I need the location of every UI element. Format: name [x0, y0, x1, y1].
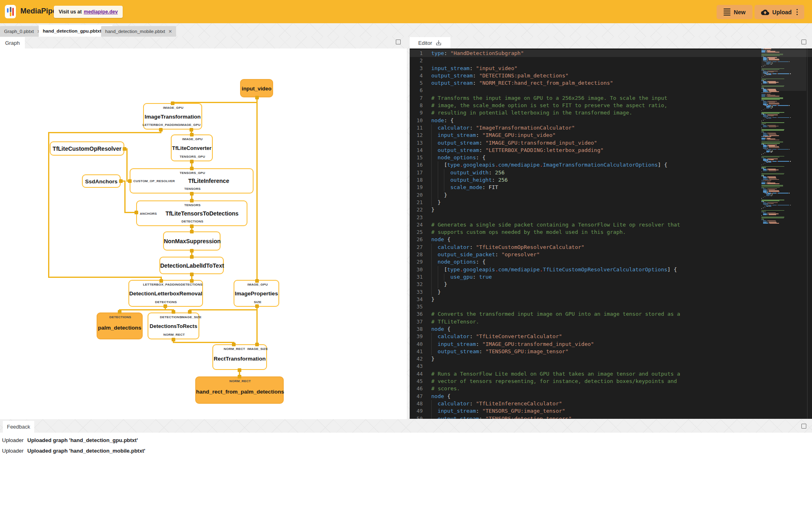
code-token: : { [476, 259, 485, 265]
code-token: TfLiteCustomOpResolverCalculatorOptions [543, 266, 667, 273]
line-number: 2 [410, 57, 423, 64]
graph-node-ImageProperties[interactable]: IMAGE_GPUSIZEImageProperties [234, 280, 279, 307]
editor-tab-label: Editor [418, 40, 432, 46]
code-token: . [540, 162, 543, 168]
code-token: output_stream [438, 140, 479, 146]
graph-node-TfLiteConverter[interactable]: IMAGE_GPUTENSORS_GPUTfLiteConverter [171, 134, 213, 161]
graph-edge [126, 148, 128, 182]
tab-graph[interactable]: Graph [0, 37, 25, 48]
line-number: 18 [410, 176, 423, 184]
feedback-panel-expand-icon[interactable] [801, 424, 806, 429]
code-token: use_gpu [450, 274, 473, 280]
new-button[interactable]: New [717, 5, 752, 19]
code-line: 9# resulting in potential letterboxing i… [410, 109, 812, 117]
line-number: 13 [410, 139, 423, 147]
visit-text: Visit us at [59, 9, 82, 15]
line-number: 40 [410, 341, 423, 348]
code-token: # TfLiteTensor. [431, 319, 479, 325]
file-tab-Graph_0.pbtxt[interactable]: Graph_0.pbtxt✕ [0, 26, 45, 37]
graph-node-RectTransformation[interactable]: NORM_RECTIMAGE_SIZERectTransformation [212, 344, 267, 370]
code-line: 14output_stream: "LETTERBOX_PADDING:lett… [410, 147, 812, 154]
graph-node-ImageTransformation[interactable]: IMAGE_GPULETTERBOX_PADDINGIMAGE_GPUImage… [143, 103, 202, 130]
node-title: DetectionLabelIdToText [160, 262, 223, 269]
port-label: SIZE [254, 300, 262, 304]
feedback-message: Uploaded graph 'hand_detection_mobile.pb… [27, 448, 145, 454]
code-token: "TfLiteInferenceCalculator" [476, 400, 562, 407]
line-number: 8 [410, 102, 423, 109]
graph-node-NonMaxSuppression[interactable]: NonMaxSuppression [163, 231, 221, 251]
code-token: } [431, 207, 435, 213]
graph-node-palm_detections[interactable]: DETECTIONSpalm_detections [97, 312, 143, 339]
code-line: 29node_options: { [410, 258, 812, 266]
code-token: googleapis [463, 266, 495, 273]
close-tab-icon[interactable]: ✕ [168, 29, 172, 34]
graph-node-TfLiteInference[interactable]: TENSORS_GPUTENSORSCUSTOM_OP_RESOLVERTfLi… [130, 168, 254, 194]
graph-node-input_video[interactable]: input_video [240, 79, 273, 97]
code-token: 256 [495, 169, 504, 176]
graph-port [238, 368, 241, 372]
code-token: : [495, 251, 501, 257]
graph-port [232, 343, 236, 346]
editor-panel-expand-icon[interactable] [801, 40, 806, 44]
feedback-message: Uploaded graph 'hand_detection_gpu.pbtxt… [27, 437, 138, 443]
graph-port [159, 279, 163, 283]
code-token: : [492, 177, 499, 183]
line-number: 38 [410, 326, 423, 333]
upload-button-label: Upload [772, 9, 792, 15]
code-line: 16[type.googleapis.com/mediapipe.ImageTr… [410, 161, 812, 169]
code-token: # Runs a TensorFlow Lite model on GPU th… [431, 371, 680, 377]
graph-panel-expand-icon[interactable] [396, 40, 401, 44]
tab-feedback[interactable]: Feedback [3, 421, 34, 433]
code-token: # Generates a single side packet contain… [431, 222, 680, 228]
mediapipe-dev-link[interactable]: mediapipe.dev [84, 9, 117, 15]
code-token: output_side_packet [438, 251, 495, 257]
code-line: 47node { [410, 393, 812, 400]
port-label: NORM_RECT [224, 347, 245, 351]
code-token: "TfLiteCustomOpResolverCalculator" [476, 244, 585, 250]
editor-minimap[interactable] [761, 48, 806, 419]
tab-editor[interactable]: Editor [410, 37, 450, 48]
code-token: : [473, 73, 479, 79]
node-title: input_video [241, 85, 272, 91]
code-line: 21} [410, 199, 812, 206]
line-number: 47 [410, 393, 423, 400]
more-options-icon[interactable] [797, 9, 798, 15]
app-title: MediaPipe [20, 7, 57, 15]
code-token: input_stream [438, 132, 476, 138]
feedback-source: Uploader [2, 448, 27, 454]
graph-node-TfLiteCustomOpResolver[interactable]: TfLiteCustomOpResolver [50, 141, 124, 156]
code-token: { [444, 236, 450, 242]
code-line: 18output_height: 256 [410, 176, 812, 184]
graph-node-DetectionsToRects[interactable]: DETECTIONSIMAGE_SIZENORM_RECTDetectionsT… [148, 312, 199, 339]
line-number: 37 [410, 318, 423, 326]
code-line: 23 [410, 214, 812, 221]
code-token: } [444, 281, 447, 287]
line-number: 12 [410, 132, 423, 139]
file-tab-label: hand_detection_mobile.pbtxt [105, 29, 165, 34]
graph-node-DetectionLabelIdToText[interactable]: DetectionLabelIdToText [159, 257, 224, 274]
graph-edge [48, 132, 161, 133]
graph-edge [48, 277, 162, 278]
code-token: "LETTERBOX_PADDING:letterbox_padding" [485, 147, 604, 153]
port-label: DETECTIONS [181, 283, 203, 286]
graph-edge [173, 342, 234, 343]
line-number: 5 [410, 79, 423, 87]
graph-canvas[interactable]: input_videoIMAGE_GPULETTERBOX_PADDINGIMA… [0, 48, 407, 419]
code-editor[interactable]: 1type: "HandDetectionSubgraph"23input_st… [410, 48, 812, 419]
node-title: DetectionLetterboxRemoval [129, 290, 202, 297]
graph-port [118, 310, 121, 314]
download-icon[interactable] [435, 40, 442, 46]
top-app-bar: MediaPipe Visit us at mediapipe.dev New … [0, 0, 812, 23]
port-label: DETECTIONS [155, 300, 177, 304]
code-token: "TENSORS:detection_tensors" [485, 416, 571, 419]
file-tab-hand_detection_mobile.pbtxt[interactable]: hand_detection_mobile.pbtxt✕ [101, 26, 176, 37]
editor-scrollbar[interactable] [807, 48, 808, 419]
graph-node-SsdAnchors[interactable]: SsdAnchors [82, 174, 121, 188]
code-token: ] { [658, 162, 667, 168]
upload-button[interactable]: Upload [755, 5, 804, 19]
code-token: output_height [450, 177, 492, 183]
graph-node-hand_rect_from_palm_detections[interactable]: NORM_RECThand_rect_from_palm_detections [195, 376, 284, 404]
graph-node-DetectionLetterboxRemoval[interactable]: LETTERBOX_PADDINGDETECTIONSDETECTIONSDet… [128, 280, 203, 307]
graph-node-TfLiteTensorsToDetections[interactable]: TENSORSDETECTIONSANCHORSTfLiteTensorsToD… [136, 200, 247, 226]
new-button-label: New [734, 9, 746, 15]
